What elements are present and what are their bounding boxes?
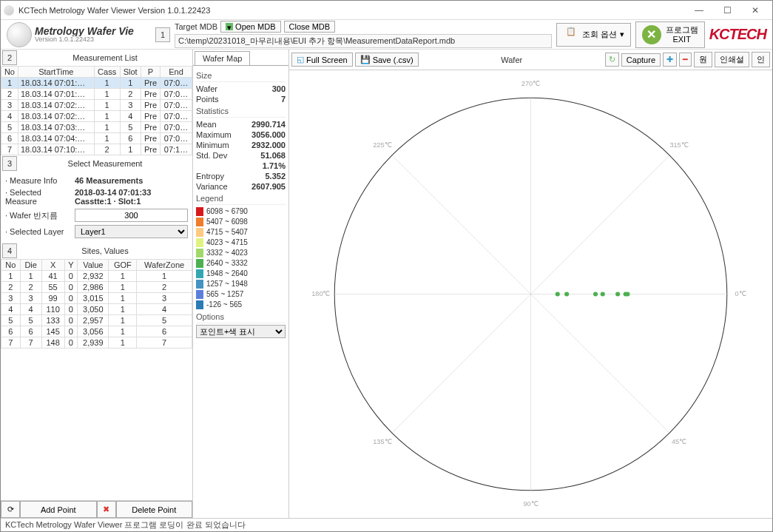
table-row[interactable]: 618.03.14 07:04:…16Pre07:0… <box>1 133 192 144</box>
svg-point-18 <box>564 292 569 296</box>
svg-line-2 <box>531 294 670 434</box>
close-mdb-button[interactable]: Close MDB <box>284 21 336 33</box>
zoom-in-button[interactable]: ✚ <box>663 53 677 67</box>
delete-point-button[interactable]: Delete Point <box>116 501 193 518</box>
wafer-toolbar: ◱Full Screen 💾Save (.csv) Wafer ↻ Captur… <box>289 50 772 70</box>
left-panel: 2 Measurement List NoStartTimeCassSlotPE… <box>1 50 193 518</box>
kctech-logo: KCTECH <box>709 26 766 43</box>
step-2-badge: 2 <box>2 50 17 65</box>
wafer-map-panel: Wafer Map Size Wafer300 Points7 Statisti… <box>193 50 289 518</box>
refresh-button[interactable]: ↻ <box>605 53 619 67</box>
svg-point-20 <box>601 292 605 296</box>
svg-text:90℃: 90℃ <box>523 500 538 508</box>
exit-icon: ✕ <box>642 25 661 44</box>
circle-button[interactable]: 원 <box>694 52 712 67</box>
table-row[interactable]: 718.03.14 07:10:…21Pre07:1… <box>1 144 192 155</box>
table-row[interactable]: 518.03.14 07:03:…15Pre07:0… <box>1 122 192 133</box>
svg-line-6 <box>392 155 531 294</box>
app-window: KCTech Metrology Wafer Viewer Version 1.… <box>0 0 773 532</box>
svg-point-23 <box>625 292 629 296</box>
svg-point-17 <box>556 292 560 296</box>
table-row[interactable]: 418.03.14 07:02:…14Pre07:0… <box>1 111 192 122</box>
app-logo: Metrology Wafer Vie Version 1.0.1.22423 <box>7 22 151 47</box>
status-bar: KCTech Metrology Wafer Viewer 프로그램 로딩이 완… <box>1 518 772 531</box>
layer-select[interactable]: Layer1 <box>75 225 188 238</box>
step-1-badge: 1 <box>155 27 170 42</box>
svg-text:270℃: 270℃ <box>521 80 540 87</box>
wafer-radius-input[interactable] <box>75 209 188 222</box>
display-options-select[interactable]: 포인트+색 표시 <box>196 325 286 338</box>
add-point-icon-button[interactable]: ⟳ <box>1 501 20 518</box>
svg-line-4 <box>392 294 531 434</box>
app-icon <box>4 5 14 16</box>
table-row[interactable]: 114102,93211 <box>1 271 192 282</box>
table-row[interactable]: 7714802,93917 <box>1 337 192 349</box>
svg-line-8 <box>531 155 670 294</box>
table-row[interactable]: 4411003,05014 <box>1 304 192 315</box>
titlebar: KCTech Metrology Wafer Viewer Version 1.… <box>1 1 772 20</box>
logo-title: Metrology Wafer Vie <box>35 26 134 36</box>
header-toolbar: Metrology Wafer Vie Version 1.0.1.22423 … <box>1 20 772 50</box>
select-measurement-title: Select Measurement <box>19 158 191 169</box>
wafer-canvas[interactable]: 0℃45℃90℃135℃180℃225℃270℃315℃ <box>289 70 772 518</box>
print-button[interactable]: 인쇄설 <box>715 52 749 67</box>
fullscreen-button[interactable]: ◱Full Screen <box>291 53 353 67</box>
step-3-badge: 3 <box>2 156 17 171</box>
svg-text:0℃: 0℃ <box>735 290 746 297</box>
measurement-info: · Measure Info46 Measurements · Selected… <box>1 172 192 243</box>
delete-point-icon-button[interactable]: ✖ <box>97 501 116 518</box>
options-icon: 📋 <box>563 27 579 43</box>
open-mdb-button[interactable]: ▾Open MDB <box>220 21 280 33</box>
svg-text:315℃: 315℃ <box>669 141 688 149</box>
logo-version: Version 1.0.1.22423 <box>35 36 134 43</box>
table-row[interactable]: 6614503,05616 <box>1 326 192 337</box>
table-row[interactable]: 339903,01513 <box>1 293 192 304</box>
fullscreen-icon: ◱ <box>297 55 304 64</box>
refresh-icon: ↻ <box>609 55 615 64</box>
zoom-out-button[interactable]: ━ <box>679 53 692 67</box>
misc-button[interactable]: 인 <box>752 52 770 67</box>
svg-text:45℃: 45℃ <box>672 438 686 445</box>
logo-icon <box>7 22 32 47</box>
add-point-button[interactable]: Add Point <box>20 501 97 518</box>
wafer-map-tab[interactable]: Wafer Map <box>195 51 250 65</box>
svg-text:135℃: 135℃ <box>373 438 391 445</box>
step-4-badge: 4 <box>2 243 17 258</box>
close-button[interactable]: ✕ <box>741 2 769 18</box>
save-icon: 💾 <box>360 55 371 64</box>
table-row[interactable]: 225502,98612 <box>1 282 192 293</box>
save-csv-button[interactable]: 💾Save (.csv) <box>355 53 419 67</box>
exit-button[interactable]: ✕ 프로그램 EXIT <box>635 21 705 48</box>
maximize-button[interactable]: ☐ <box>713 2 741 18</box>
capture-button[interactable]: Capture <box>621 53 661 67</box>
sites-values-title: Sites, Values <box>19 245 191 257</box>
table-row[interactable]: 118.03.14 07:01:…11Pre07:0… <box>1 78 192 89</box>
open-icon: ▾ <box>226 23 233 30</box>
target-mdb-label: Target MDB <box>175 22 217 31</box>
measurement-list-title: Measurement List <box>19 52 191 64</box>
svg-text:180℃: 180℃ <box>311 290 330 297</box>
table-row[interactable]: 5513302,95715 <box>1 315 192 326</box>
legend: 6098 ~ 67905407 ~ 60984715 ~ 54074023 ~ … <box>196 206 286 310</box>
wafer-title: Wafer <box>421 55 603 64</box>
window-title: KCTech Metrology Wafer Viewer Version 1.… <box>18 6 685 15</box>
svg-text:225℃: 225℃ <box>373 141 391 149</box>
measurement-table[interactable]: NoStartTimeCassSlotPEnd 118.03.14 07:01:… <box>1 66 192 155</box>
sites-table[interactable]: NoDieXYValueGOFWaferZone 114102,93211225… <box>1 259 192 349</box>
query-options-button[interactable]: 📋 조회 옵션▾ <box>556 23 631 47</box>
mdb-path-field: C:\temp\20231018_마무리내용\EUI 추가 항목\Measure… <box>175 34 552 48</box>
svg-point-19 <box>593 292 598 296</box>
minimize-button[interactable]: — <box>685 2 713 18</box>
svg-point-21 <box>615 292 620 296</box>
table-row[interactable]: 318.03.14 07:02:…13Pre07:0… <box>1 100 192 111</box>
table-row[interactable]: 218.03.14 07:01:…12Pre07:0… <box>1 89 192 100</box>
wafer-view-panel: ◱Full Screen 💾Save (.csv) Wafer ↻ Captur… <box>289 50 772 518</box>
